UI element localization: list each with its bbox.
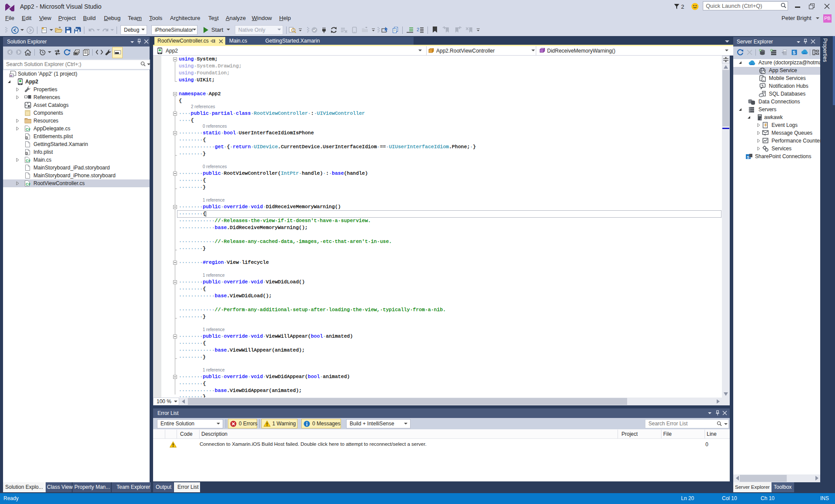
svg-text:2: 2 xyxy=(417,27,419,32)
svg-text:C#: C# xyxy=(26,182,30,186)
svg-text:∞: ∞ xyxy=(10,73,13,78)
svg-text:C#: C# xyxy=(26,127,30,132)
svg-text:S: S xyxy=(793,50,796,55)
svg-text:S: S xyxy=(747,155,749,159)
svg-text:C#: C# xyxy=(26,159,30,163)
